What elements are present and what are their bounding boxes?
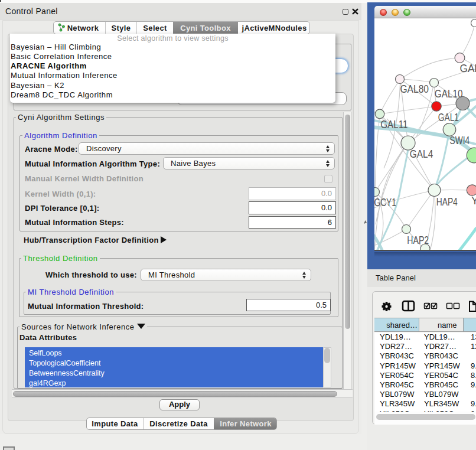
svg-text:GAL11: GAL11 <box>380 119 407 131</box>
svg-text:HAP4: HAP4 <box>436 196 458 208</box>
svg-text:GCY1: GCY1 <box>374 197 396 208</box>
svg-text:SWI4: SWI4 <box>450 135 470 146</box>
svg-text:GAL80: GAL80 <box>400 83 429 95</box>
svg-text:HAP2: HAP2 <box>407 234 429 246</box>
svg-text:GAL4: GAL4 <box>410 148 433 160</box>
svg-text:GAL1: GAL1 <box>438 112 459 123</box>
svg-text:Y: Y <box>471 195 476 207</box>
svg-text:GAL2: GAL2 <box>460 63 476 74</box>
svg-text:GAL10: GAL10 <box>435 88 463 100</box>
